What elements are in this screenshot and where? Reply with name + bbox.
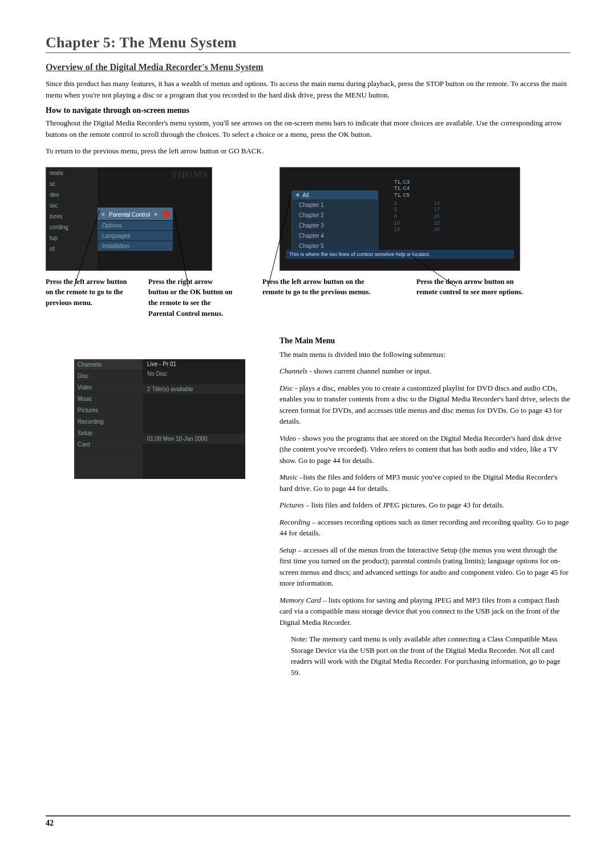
ss1-selected-label: Parental Control (109, 212, 150, 218)
screenshot-1: THOMS nnels sc deo isic tures cording tu… (46, 167, 212, 271)
caption-1-right: Press the right arrow button or the OK b… (148, 277, 234, 319)
ss2-title-label: T1, C5 (394, 192, 410, 199)
mm-item-name: Music (279, 473, 298, 481)
ss2-num: 8 (394, 213, 400, 220)
ss1-submenu-item: Options (98, 221, 173, 230)
ss3-titles-line: 2 Title(s) available (143, 384, 245, 394)
ss2-chapter-row: Chapter 4 (292, 230, 378, 241)
ss2-title-label: T1, C4 (394, 185, 410, 192)
ss2-panel-header: All (292, 191, 378, 200)
mm-item-desc: shows you the programs that are stored o… (279, 434, 562, 465)
ss3-sidebar-item: Channels (74, 359, 143, 371)
main-menu-text: The Main Menu The main menu is divided i… (279, 336, 570, 679)
mm-sep: – (296, 546, 303, 554)
ss2-num: 17 (434, 206, 440, 213)
ss1-sidebar-item: isic (46, 200, 98, 211)
mm-item-name: Disc (279, 384, 293, 392)
mm-sep: – (298, 473, 303, 481)
mm-item-name: Recording (279, 518, 310, 526)
ss3-main: Live - Pr 01 No Disc 2 Title(s) availabl… (143, 359, 245, 479)
overview-heading: Overview of the Digital Media Recorder's… (46, 62, 570, 72)
arrow-left-icon (101, 212, 104, 217)
ss2-chapter-row: Chapter 3 (292, 220, 378, 230)
mm-item-desc: accesses all of the menus from the Inter… (279, 546, 569, 588)
mm-item-desc: plays a disc, enables you to create a cu… (279, 384, 570, 426)
ss2-num: 10 (394, 220, 400, 227)
main-menu-heading: The Main Menu (279, 336, 570, 346)
mm-sep: - (307, 367, 314, 375)
mm-item-name: Video (279, 434, 296, 442)
ss2-num: 1 (394, 200, 400, 207)
ss2-num: 26 (434, 226, 440, 233)
caption-row-1: Press the left arrow button on the remot… (46, 277, 234, 319)
figure-3-col: Channels Disc Video Music Pictures Recor… (46, 336, 251, 479)
ss1-sidebar-item: deo (46, 189, 98, 200)
nav-paragraph: Throughout the Digital Media Recorder's … (46, 117, 570, 140)
ss2-chapter-row: Chapter 1 (292, 200, 378, 210)
nav-subhead: How to navigate through on-screen menus (46, 106, 570, 115)
ss1-submenu-selected: Parental Control (98, 208, 173, 220)
ss3-sidebar-item: Recording (74, 416, 143, 428)
ss1-submenu: Parental Control Options Languages Insta… (98, 208, 173, 251)
ss2-panel: All Chapter 1 Chapter 2 Chapter 3 Chapte… (291, 190, 378, 251)
ss2-num: 13 (394, 226, 400, 233)
ss3-sidebar-item: Video (74, 382, 143, 393)
mm-item-channels: Channels - shows current channel number … (279, 365, 570, 377)
ss2-numcol-right: 14 17 20 23 26 (434, 200, 440, 233)
mm-sep: – (304, 501, 311, 509)
ss1-submenu-item: Installation (98, 241, 173, 251)
caption-2-right: Press the down arrow button on remote co… (416, 277, 536, 298)
ss2-title-label: T1, C3 (394, 179, 410, 186)
ss1-sidebar-item: rd (46, 243, 98, 254)
mm-item-desc: lists files and folders of JPEG pictures… (311, 501, 504, 509)
mm-item-pictures: Pictures – lists files and folders of JP… (279, 499, 570, 511)
main-menu-intro: The main menu is divided into the follow… (279, 349, 570, 360)
mm-item-name: Pictures (279, 501, 304, 509)
figure-2: All Chapter 1 Chapter 2 Chapter 3 Chapte… (262, 167, 536, 298)
ss2-helpbar: This is where the two lines of context s… (286, 250, 514, 259)
ss3-live-line: Live - Pr 01 (143, 359, 245, 369)
ss1-sidebar-item: sc (46, 178, 98, 189)
ss2-chapter-row: Chapter 2 (292, 210, 378, 220)
page: Chapter 5: The Menu System Overview of t… (0, 0, 616, 845)
ss3-sidebar-item: Setup (74, 428, 143, 439)
mm-item-memorycard: Memory Card – lists options for saving a… (279, 595, 570, 628)
mm-sep: – (321, 596, 329, 604)
ss2-num: 23 (434, 220, 440, 227)
intro-paragraph: Since this product has many features, it… (46, 78, 570, 100)
ss1-sidebar-item: cording (46, 222, 98, 233)
mm-item-video: Video - shows you the programs that are … (279, 433, 570, 466)
mm-item-disc: Disc - plays a disc, enables you to crea… (279, 383, 570, 427)
mm-sep: - (293, 384, 299, 392)
ss3-time-line: 01:00 Mon 10-Jan 2000 (143, 434, 245, 444)
ss3-sidebar-item: Card (74, 439, 143, 450)
lower-section: Channels Disc Video Music Pictures Recor… (46, 336, 570, 679)
mm-note: Note: The memory card menu is only avail… (291, 633, 570, 678)
mm-item-name: Memory Card (279, 596, 321, 604)
mm-item-recording: Recording – accesses recording options s… (279, 517, 570, 539)
ss1-sidebar-item: tures (46, 211, 98, 222)
ss1-sidebar: nnels sc deo isic tures cording tup rd (46, 168, 98, 270)
mm-item-desc: shows current channel number or input. (314, 367, 432, 375)
ss3-nodisc: No Disc (143, 369, 245, 379)
ss1-sidebar-item: tup (46, 233, 98, 243)
ss2-num: 5 (394, 206, 400, 213)
caption-2-left: Press the left arrow button on the remot… (262, 277, 382, 298)
brand-watermark: THOMS (171, 170, 208, 180)
caption-1-left: Press the left arrow button on the remot… (46, 277, 131, 319)
ss2-num: 14 (434, 200, 440, 207)
figure-row: THOMS nnels sc deo isic tures cording tu… (46, 167, 570, 319)
mm-sep: – (310, 518, 318, 526)
ss2-number-columns: T1, C3 T1, C4 T1, C5 1 5 8 10 13 (394, 179, 440, 234)
caption-row-2: Press the left arrow button on the remot… (262, 277, 536, 298)
ss3-sidebar-item: Music (74, 393, 143, 405)
mm-item-name: Channels (279, 367, 307, 375)
page-number: 42 (46, 815, 570, 828)
mm-sep: - (296, 434, 302, 442)
cursor-icon (163, 211, 169, 218)
mm-item-setup: Setup – accesses all of the menus from t… (279, 545, 570, 589)
ss2-header-label: All (302, 192, 309, 198)
mm-item-desc: accesses recording options such as timer… (279, 518, 569, 538)
mm-item-desc: lists the files and folders of MP3 music… (279, 473, 557, 493)
arrow-right-icon (155, 212, 158, 217)
